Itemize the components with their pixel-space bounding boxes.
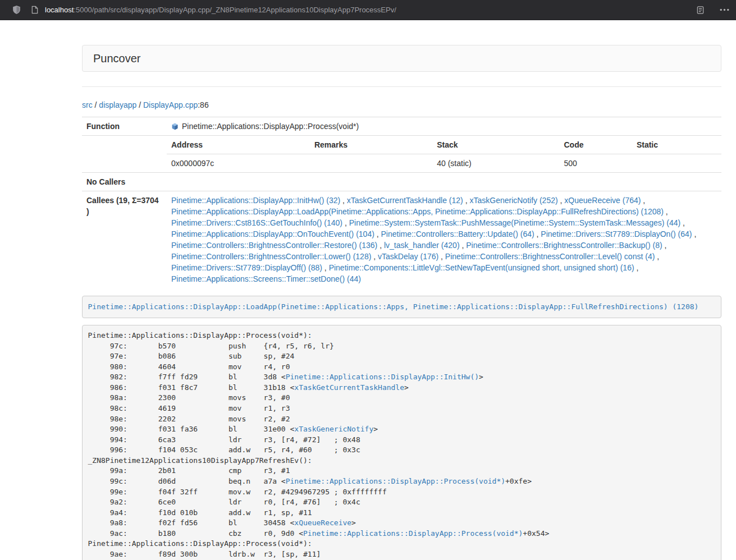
function-table: Function Pinetime::Applications::Display… <box>82 117 721 288</box>
breadcrumb-link[interactable]: src <box>82 100 93 109</box>
callee-link[interactable]: lv_task_handler (420) <box>384 241 460 250</box>
breadcrumb: src / displayapp / DisplayApp.cpp:86 <box>82 99 721 111</box>
url-bar[interactable]: localhost:5000/path/src/displayapp/Displ… <box>31 0 696 20</box>
disassembly-code: Pinetime::Applications::DisplayApp::Proc… <box>82 325 721 560</box>
divider <box>82 86 721 87</box>
callee-link[interactable]: xQueueReceive (764) <box>564 196 641 205</box>
function-icon <box>171 123 179 130</box>
callees-label: Callees (19, Σ=3704 ) <box>82 191 167 288</box>
callee-link[interactable]: xTaskGenericNotify (252) <box>469 196 557 205</box>
page-info-icon[interactable] <box>31 6 39 14</box>
col-address: Address <box>167 136 310 154</box>
static-value <box>632 154 721 173</box>
callee-link[interactable]: xTaskGetCurrentTaskHandle (12) <box>347 196 463 205</box>
browser-toolbar: localhost:5000/path/src/displayapp/Displ… <box>0 0 736 20</box>
callee-link[interactable]: vTaskDelay (176) <box>378 252 438 261</box>
metrics-cell: Address Remarks Stack Code Static 0x0000… <box>167 136 721 173</box>
callee-link[interactable]: Pinetime::Controllers::BrightnessControl… <box>171 241 377 250</box>
callee-link[interactable]: Pinetime::Applications::DisplayApp::Load… <box>171 207 664 216</box>
callee-link[interactable]: Pinetime::Controllers::Battery::Update()… <box>381 229 534 238</box>
callee-link[interactable]: Pinetime::Components::LittleVgl::SetNewT… <box>329 263 634 272</box>
metrics-header-row: Address Remarks Stack Code Static <box>167 136 721 154</box>
callees-row: Callees (19, Σ=3704 ) Pinetime::Applicat… <box>82 191 721 288</box>
url-path: :5000/path/src/displayapp/DisplayApp.cpp… <box>74 6 396 14</box>
col-static: Static <box>632 136 721 154</box>
no-callers-cell <box>167 173 721 191</box>
callee-link[interactable]: Pinetime::Applications::DisplayApp::OnTo… <box>171 229 374 238</box>
code-value: 500 <box>559 154 632 173</box>
function-row: Function Pinetime::Applications::Display… <box>82 117 721 136</box>
code-symbol-link[interactable]: Pinetime::Applications::DisplayApp::Proc… <box>286 477 505 485</box>
callee-link[interactable]: Pinetime::Drivers::St7789::DisplayOff() … <box>171 263 322 272</box>
menu-dots-icon[interactable] <box>720 8 729 11</box>
metrics-row: Address Remarks Stack Code Static 0x0000… <box>82 136 721 173</box>
callee-link[interactable]: Pinetime::Applications::Screens::Timer::… <box>171 274 361 283</box>
app-header-panel: Puncover <box>82 45 721 72</box>
remarks-value <box>310 154 432 173</box>
no-callers-label: No Callers <box>82 173 167 191</box>
col-code: Code <box>559 136 632 154</box>
metrics-value-row: 0x0000097c 40 (static) 500 <box>167 154 721 173</box>
callee-link[interactable]: Pinetime::Drivers::Cst816S::GetTouchInfo… <box>171 218 342 227</box>
breadcrumb-link[interactable]: displayapp <box>99 100 136 109</box>
callee-link[interactable]: Pinetime::System::SystemTask::PushMessag… <box>349 218 681 227</box>
callee-link[interactable]: Pinetime::Drivers::St7789::DisplayOn() (… <box>541 229 692 238</box>
app-title: Puncover <box>93 52 710 65</box>
address-value: 0x0000097c <box>167 154 310 173</box>
no-callers-row: No Callers <box>82 173 721 191</box>
function-name: Pinetime::Applications::DisplayApp::Proc… <box>182 122 359 131</box>
callee-link[interactable]: Pinetime::Controllers::BrightnessControl… <box>445 252 655 261</box>
selected-symbol-box: Pinetime::Applications::DisplayApp::Load… <box>82 296 721 318</box>
metrics-row-spacer <box>82 136 167 173</box>
code-symbol-link[interactable]: xTaskGenericNotify <box>294 425 373 433</box>
breadcrumb-link[interactable]: DisplayApp.cpp <box>143 100 198 109</box>
selected-symbol-link[interactable]: Pinetime::Applications::DisplayApp::Load… <box>88 302 699 311</box>
url-host: localhost <box>45 6 74 14</box>
function-label: Function <box>82 117 167 136</box>
shield-icon[interactable] <box>12 5 21 15</box>
reader-mode-icon[interactable] <box>696 6 705 15</box>
code-symbol-link[interactable]: xTaskGetCurrentTaskHandle <box>294 383 404 392</box>
callee-link[interactable]: Pinetime::Controllers::BrightnessControl… <box>171 252 371 261</box>
toolbar-right-icons <box>696 6 729 15</box>
callee-link[interactable]: Pinetime::Applications::DisplayApp::Init… <box>171 196 340 205</box>
code-symbol-link[interactable]: Pinetime::Applications::DisplayApp::Init… <box>286 373 479 381</box>
code-symbol-link[interactable]: xQueueReceive <box>294 518 351 527</box>
col-stack: Stack <box>432 136 559 154</box>
function-name-cell: Pinetime::Applications::DisplayApp::Proc… <box>167 117 721 136</box>
callee-link[interactable]: Pinetime::Controllers::BrightnessControl… <box>466 241 662 250</box>
col-remarks: Remarks <box>310 136 432 154</box>
page-content: Puncover src / displayapp / DisplayApp.c… <box>82 45 721 560</box>
metrics-table: Address Remarks Stack Code Static 0x0000… <box>167 136 721 172</box>
code-symbol-link[interactable]: Pinetime::Applications::DisplayApp::Proc… <box>303 529 523 538</box>
stack-value: 40 (static) <box>432 154 559 173</box>
callees-list: Pinetime::Applications::DisplayApp::Init… <box>167 191 721 288</box>
